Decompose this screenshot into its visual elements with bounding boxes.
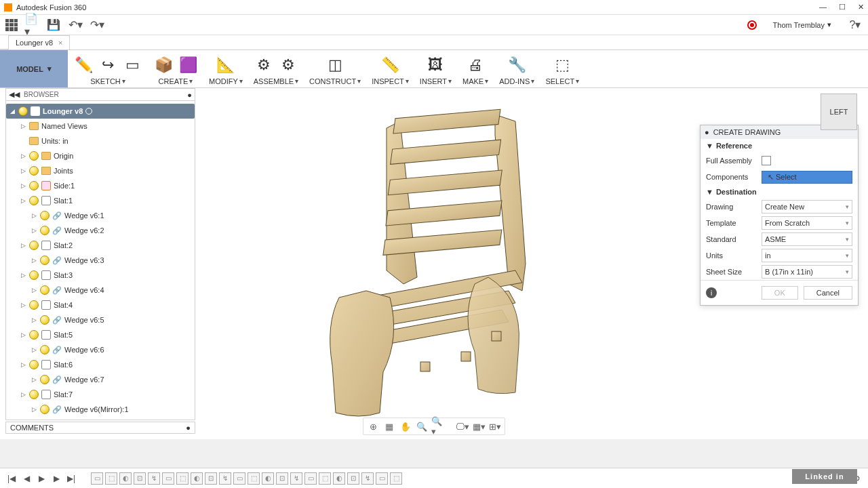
timeline-feature[interactable]: ↯ xyxy=(290,472,302,485)
section-destination[interactable]: ▼Destination xyxy=(701,185,858,199)
timeline-feature[interactable]: ⬚ xyxy=(248,472,260,485)
tree-item[interactable]: ▷Slat:3 xyxy=(6,268,195,283)
ribbon-label-inspect[interactable]: INSPECT▾ xyxy=(372,77,409,85)
record-icon[interactable] xyxy=(747,20,757,30)
zoom-icon[interactable]: 🔍 xyxy=(415,420,429,433)
redo-icon[interactable]: ↷▾ xyxy=(90,18,104,33)
timeline-feature[interactable]: ⬚ xyxy=(390,472,402,485)
tree-item[interactable]: ▷Origin xyxy=(6,148,195,163)
ok-button[interactable]: OK xyxy=(762,286,798,300)
tree-item[interactable]: ▷🔗Wedge v6:7 xyxy=(6,372,195,387)
ribbon-label-addins[interactable]: ADD-INS▾ xyxy=(499,77,534,85)
timeline-feature[interactable]: ⬚ xyxy=(105,472,117,485)
cancel-button[interactable]: Cancel xyxy=(804,286,852,300)
timeline-feature[interactable]: ↯ xyxy=(219,472,231,485)
tree-item[interactable]: ▷🔗Wedge v6:1 xyxy=(6,208,195,223)
data-panel-icon[interactable] xyxy=(5,19,18,31)
close-tab-icon[interactable]: × xyxy=(58,39,62,47)
plane-icon[interactable]: ◫ xyxy=(325,55,345,75)
tree-item[interactable]: ▷🔗Wedge v6:6 xyxy=(6,342,195,357)
pan-icon[interactable]: ✋ xyxy=(399,420,412,433)
tree-item[interactable]: ▷Slat:1 xyxy=(6,193,195,208)
timeline-feature[interactable]: ⊡ xyxy=(276,472,288,485)
grid-icon[interactable]: ▦▾ xyxy=(472,420,486,433)
timeline-feature[interactable]: ↯ xyxy=(148,472,160,485)
view-cube[interactable]: LEFT xyxy=(821,94,857,130)
info-icon[interactable]: i xyxy=(706,287,717,298)
ribbon-label-sketch[interactable]: SKETCH▾ xyxy=(90,77,125,85)
collapse-dialog-icon[interactable]: ● xyxy=(705,128,709,136)
measure-icon[interactable]: 📏 xyxy=(380,55,401,75)
joint-icon[interactable]: ⚙ xyxy=(254,55,274,75)
save-icon[interactable]: 💾 xyxy=(46,18,61,33)
browser-options-icon[interactable]: ● xyxy=(187,91,192,99)
sketch-rect-icon[interactable]: ▭ xyxy=(122,55,142,75)
dropdown-standard[interactable]: ASME xyxy=(762,232,852,246)
tree-item[interactable]: ▷Joints xyxy=(6,163,195,178)
select-icon[interactable]: ⬚ xyxy=(552,55,572,75)
timeline-feature[interactable]: ▭ xyxy=(376,472,388,485)
timeline-feature[interactable]: ▭ xyxy=(233,472,245,485)
timeline-feature[interactable]: ⊡ xyxy=(205,472,217,485)
document-tab[interactable]: Lounger v8 × xyxy=(8,35,70,49)
display-icon[interactable]: 🖵▾ xyxy=(456,420,469,433)
timeline-start-icon[interactable]: |◀ xyxy=(5,472,18,485)
timeline-play-icon[interactable]: ▶ xyxy=(35,472,47,485)
tree-item[interactable]: ▷Slat:6 xyxy=(6,357,195,372)
tree-item[interactable]: ▷🔗Wedge v6:3 xyxy=(6,253,195,268)
timeline-feature[interactable]: ⊡ xyxy=(347,472,359,485)
section-reference[interactable]: ▼Reference xyxy=(701,139,858,152)
undo-icon[interactable]: ↶▾ xyxy=(68,18,83,33)
ribbon-label-modify[interactable]: MODIFY▾ xyxy=(209,77,243,85)
look-icon[interactable]: ▦ xyxy=(382,420,396,433)
timeline-feature[interactable]: ⬚ xyxy=(176,472,189,485)
sketch-line-icon[interactable]: ↪ xyxy=(98,55,118,75)
workspace-switcher[interactable]: MODEL▾ xyxy=(0,50,68,87)
ribbon-label-select[interactable]: SELECT▾ xyxy=(545,77,579,85)
tree-item[interactable]: ▷Slat:4 xyxy=(6,298,195,312)
user-menu[interactable]: Thom Tremblay▾ xyxy=(773,20,831,29)
ribbon-label-assemble[interactable]: ASSEMBLE▾ xyxy=(254,77,298,85)
ribbon-label-construct[interactable]: CONSTRUCT▾ xyxy=(309,77,361,85)
tree-item[interactable]: ▷Side:1 xyxy=(6,178,195,193)
comments-panel[interactable]: COMMENTS ● xyxy=(5,422,195,434)
timeline-fwd-icon[interactable]: ▶ xyxy=(50,472,62,485)
tree-root[interactable]: ◢ Lounger v8 xyxy=(6,104,195,119)
timeline-feature[interactable]: ◐ xyxy=(119,472,132,485)
timeline-feature[interactable]: ▭ xyxy=(162,472,174,485)
tree-item[interactable]: ▷Slat:2 xyxy=(6,238,195,253)
timeline-feature[interactable]: ◐ xyxy=(262,472,274,485)
file-menu-icon[interactable]: 📄▾ xyxy=(24,18,39,33)
dropdown-template[interactable]: From Scratch xyxy=(762,216,852,230)
viewport[interactable]: ◀◀ BROWSER ● ◢ Lounger v8 ▷Named ViewsUn… xyxy=(0,88,868,439)
select-components-button[interactable]: ↖Select xyxy=(762,171,852,184)
help-icon[interactable]: ?▾ xyxy=(848,18,863,33)
maximize-button[interactable]: ☐ xyxy=(839,3,846,12)
tree-item[interactable]: ▷Slat:7 xyxy=(6,387,195,402)
timeline-feature[interactable]: ↯ xyxy=(361,472,374,485)
timeline-feature[interactable]: ◐ xyxy=(333,472,345,485)
make-icon[interactable]: 🖨 xyxy=(465,55,486,75)
dropdown-sheet-size[interactable]: B (17in x 11in) xyxy=(762,265,852,279)
comments-options-icon[interactable]: ● xyxy=(186,424,191,432)
browser-header[interactable]: ◀◀ BROWSER ● xyxy=(6,89,195,101)
timeline-feature[interactable]: ⊡ xyxy=(134,472,146,485)
extrude-icon[interactable]: 📦 xyxy=(153,55,174,75)
joint2-icon[interactable]: ⚙ xyxy=(278,55,298,75)
orbit-icon[interactable]: ⊕ xyxy=(366,420,380,433)
dropdown-drawing[interactable]: Create New xyxy=(762,200,852,214)
tree-item[interactable]: ▷🔗Wedge v6(Mirror):1 xyxy=(6,402,195,417)
ribbon-label-insert[interactable]: INSERT▾ xyxy=(420,77,452,85)
ribbon-label-make[interactable]: MAKE▾ xyxy=(462,77,488,85)
addins-icon[interactable]: 🔧 xyxy=(507,55,527,75)
timeline-feature[interactable]: ⬚ xyxy=(319,472,331,485)
zoom-window-icon[interactable]: 🔍▾ xyxy=(431,420,445,433)
timeline-feature[interactable]: ▭ xyxy=(304,472,317,485)
minimize-button[interactable]: — xyxy=(819,3,827,12)
viewport-icon[interactable]: ⊞▾ xyxy=(488,420,502,433)
ribbon-label-create[interactable]: CREATE▾ xyxy=(159,77,193,85)
timeline-back-icon[interactable]: ◀ xyxy=(20,472,33,485)
sketch-create-icon[interactable]: ✏️ xyxy=(73,55,94,75)
tree-item[interactable]: ▷🔗Wedge v6:4 xyxy=(6,283,195,298)
checkbox-full-assembly[interactable] xyxy=(762,156,771,165)
